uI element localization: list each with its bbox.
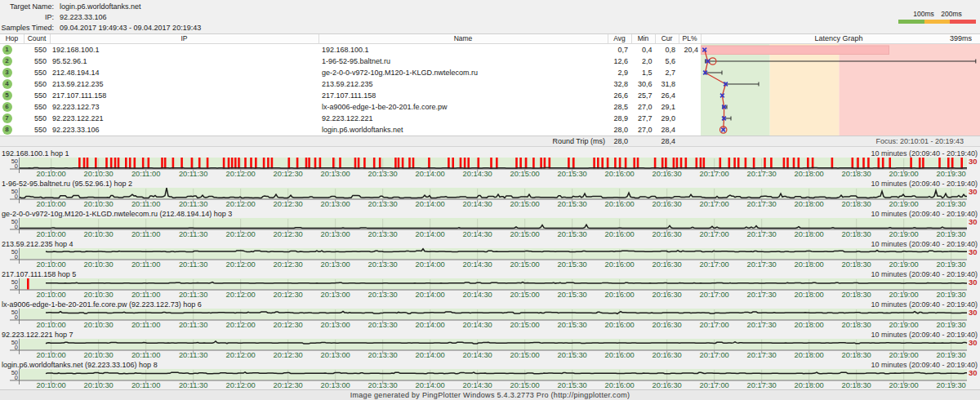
- svg-text:20:12:30: 20:12:30: [274, 381, 303, 389]
- svg-text:20:19:30: 20:19:30: [937, 381, 966, 389]
- svg-text:20:12:00: 20:12:00: [226, 230, 256, 238]
- svg-text:20:19:30: 20:19:30: [937, 170, 966, 178]
- svg-text:20:13:00: 20:13:00: [321, 381, 350, 389]
- svg-text:20:17:30: 20:17:30: [747, 200, 777, 208]
- svg-text:20:15:00: 20:15:00: [510, 351, 540, 359]
- svg-text:10 minutes (20:09:40 - 20:19:4: 10 minutes (20:09:40 - 20:19:40): [871, 240, 978, 248]
- svg-text:20:17:30: 20:17:30: [747, 321, 777, 329]
- svg-text:20:12:30: 20:12:30: [274, 230, 303, 238]
- svg-text:20:18:00: 20:18:00: [795, 200, 824, 208]
- svg-text:20:18:30: 20:18:30: [842, 260, 871, 269]
- svg-text:20:10:30: 20:10:30: [84, 291, 114, 299]
- svg-text:20:14:00: 20:14:00: [416, 291, 445, 299]
- svg-text:20:19:30: 20:19:30: [937, 351, 966, 359]
- svg-text:20:17:00: 20:17:00: [700, 230, 729, 238]
- svg-text:20:14:30: 20:14:30: [463, 351, 492, 359]
- svg-text:20:16:30: 20:16:30: [653, 170, 682, 178]
- svg-text:92.223.122.221 hop 7: 92.223.122.221 hop 7: [2, 331, 74, 339]
- svg-text:20:19:30: 20:19:30: [937, 321, 966, 329]
- svg-text:0: 0: [15, 313, 18, 321]
- svg-text:20:15:00: 20:15:00: [510, 321, 540, 329]
- svg-text:20:12:30: 20:12:30: [274, 291, 303, 299]
- svg-text:10 minutes (20:09:40 - 20:19:4: 10 minutes (20:09:40 - 20:19:40): [871, 210, 978, 218]
- svg-text:20:14:00: 20:14:00: [416, 381, 445, 389]
- svg-text:20:19:00: 20:19:00: [889, 230, 919, 238]
- svg-text:20:11:30: 20:11:30: [179, 260, 208, 269]
- svg-text:20:15:00: 20:15:00: [510, 170, 540, 178]
- svg-text:20:18:30: 20:18:30: [842, 230, 871, 238]
- svg-text:30: 30: [969, 368, 978, 377]
- svg-text:217.107.111.158 hop 5: 217.107.111.158 hop 5: [2, 270, 76, 278]
- svg-text:20:10:30: 20:10:30: [84, 200, 114, 208]
- svg-text:20:15:00: 20:15:00: [510, 230, 540, 238]
- svg-text:30: 30: [969, 338, 978, 347]
- svg-text:213.59.212.235 hop 4: 213.59.212.235 hop 4: [2, 240, 74, 248]
- svg-text:20:11:00: 20:11:00: [131, 200, 161, 208]
- svg-text:20:14:00: 20:14:00: [416, 321, 445, 329]
- svg-text:20:16:00: 20:16:00: [605, 230, 635, 238]
- svg-text:20:16:30: 20:16:30: [653, 230, 682, 238]
- svg-text:20:13:00: 20:13:00: [321, 170, 350, 178]
- svg-text:20:18:00: 20:18:00: [795, 381, 824, 389]
- svg-text:20:13:00: 20:13:00: [321, 230, 350, 238]
- svg-text:20:13:30: 20:13:30: [368, 260, 398, 269]
- svg-text:20:16:00: 20:16:00: [605, 351, 635, 359]
- svg-text:20:11:00: 20:11:00: [131, 381, 161, 389]
- svg-text:20:15:30: 20:15:30: [558, 291, 587, 299]
- svg-text:0: 0: [15, 162, 18, 170]
- svg-text:20:13:30: 20:13:30: [368, 321, 398, 329]
- svg-text:20:12:00: 20:12:00: [226, 170, 256, 178]
- svg-text:20:18:30: 20:18:30: [842, 381, 871, 389]
- svg-text:20:16:30: 20:16:30: [653, 381, 682, 389]
- svg-text:20:14:30: 20:14:30: [463, 170, 492, 178]
- svg-text:20:13:00: 20:13:00: [321, 200, 350, 208]
- svg-text:20:11:30: 20:11:30: [179, 321, 208, 329]
- svg-text:20:13:30: 20:13:30: [368, 351, 398, 359]
- svg-text:20:12:00: 20:12:00: [226, 381, 256, 389]
- svg-text:20:17:00: 20:17:00: [700, 200, 729, 208]
- svg-text:20:12:30: 20:12:30: [274, 321, 303, 329]
- svg-text:20:11:30: 20:11:30: [179, 291, 208, 299]
- svg-text:20:12:30: 20:12:30: [274, 260, 303, 269]
- svg-text:20:17:30: 20:17:30: [747, 351, 777, 359]
- svg-text:30: 30: [969, 247, 978, 256]
- svg-text:20:13:00: 20:13:00: [321, 321, 350, 329]
- svg-text:20:11:30: 20:11:30: [179, 381, 208, 389]
- svg-text:20:16:00: 20:16:00: [605, 291, 635, 299]
- svg-text:0: 0: [15, 374, 18, 381]
- svg-text:30: 30: [969, 157, 978, 166]
- svg-text:20:19:00: 20:19:00: [889, 381, 919, 389]
- svg-text:20:10:30: 20:10:30: [84, 230, 114, 238]
- svg-text:20:13:30: 20:13:30: [368, 170, 398, 178]
- svg-text:20:15:30: 20:15:30: [558, 321, 587, 329]
- svg-text:20:19:00: 20:19:00: [889, 260, 919, 269]
- svg-text:20:14:30: 20:14:30: [463, 200, 492, 208]
- svg-text:20:15:00: 20:15:00: [510, 291, 540, 299]
- svg-text:10 minutes (20:09:40 - 20:19:4: 10 minutes (20:09:40 - 20:19:40): [871, 361, 978, 369]
- svg-text:20:16:00: 20:16:00: [605, 381, 635, 389]
- svg-text:20:14:30: 20:14:30: [463, 321, 492, 329]
- svg-text:20:15:30: 20:15:30: [558, 170, 587, 178]
- svg-text:20:18:30: 20:18:30: [842, 170, 871, 178]
- svg-text:login.p6.worldoftanks.net (92.: login.p6.worldoftanks.net (92.223.33.106…: [2, 361, 158, 369]
- svg-text:20:18:00: 20:18:00: [795, 321, 824, 329]
- svg-text:20:18:00: 20:18:00: [795, 170, 824, 178]
- svg-text:20:10:00: 20:10:00: [37, 351, 66, 359]
- svg-text:20:17:30: 20:17:30: [747, 230, 777, 238]
- svg-text:20:16:00: 20:16:00: [605, 260, 635, 269]
- svg-text:20:14:00: 20:14:00: [416, 230, 445, 238]
- svg-text:20:11:30: 20:11:30: [179, 351, 208, 359]
- svg-text:20:14:30: 20:14:30: [463, 230, 492, 238]
- svg-text:20:18:30: 20:18:30: [842, 321, 871, 329]
- svg-text:20:17:30: 20:17:30: [747, 170, 777, 178]
- svg-text:20:13:30: 20:13:30: [368, 381, 398, 389]
- svg-text:30: 30: [969, 217, 978, 226]
- svg-text:20:10:00: 20:10:00: [37, 170, 66, 178]
- svg-text:20:17:30: 20:17:30: [747, 260, 777, 269]
- svg-text:20:19:00: 20:19:00: [889, 170, 919, 178]
- svg-text:20:18:30: 20:18:30: [842, 200, 871, 208]
- svg-text:20:18:00: 20:18:00: [795, 351, 824, 359]
- svg-text:20:10:00: 20:10:00: [37, 260, 66, 269]
- svg-text:20:14:30: 20:14:30: [463, 291, 492, 299]
- svg-text:20:11:00: 20:11:00: [131, 321, 161, 329]
